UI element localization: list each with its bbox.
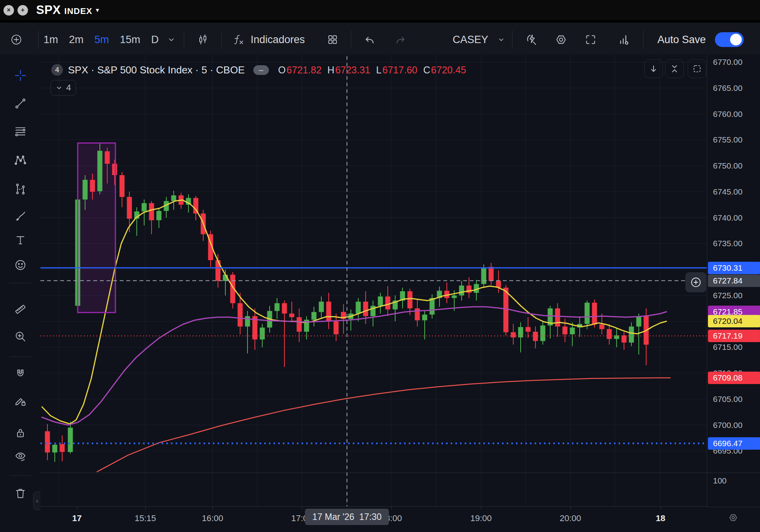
layout-name[interactable]: CASEY (453, 34, 488, 46)
price-tick-label: 6725.00 (713, 290, 743, 301)
toolbar-divider (351, 31, 351, 49)
symbol-title-menu[interactable]: SPX INDEX ▼ (36, 3, 100, 17)
tool-xabcd-pattern[interactable] (11, 151, 30, 169)
price-tick-label: 6755.00 (713, 135, 743, 145)
settings-button[interactable] (555, 33, 568, 46)
price-tick-label: 6700.00 (713, 420, 743, 430)
close-value: 6720.45 (431, 64, 466, 76)
price-tick-label: 6760.00 (713, 109, 743, 119)
drawing-toolbar: ‹ (0, 54, 41, 532)
ohlc-values: O6721.82 H6723.31 L6717.60 C6720.45 (278, 64, 472, 76)
tool-trash[interactable] (11, 484, 30, 502)
tool-crosshair[interactable] (11, 66, 30, 85)
symbol-search-button[interactable] (10, 34, 22, 45)
time-tick-label: 17 (72, 513, 82, 523)
window-titlebar: × + SPX INDEX ▼ (0, 0, 760, 20)
timeframe-1m[interactable]: 1m (44, 34, 58, 46)
low-key: L (376, 64, 382, 76)
legend-symbol-title[interactable]: SPX · S&P 500 Stock Index · 5 · CBOE (68, 64, 245, 76)
toolbar-divider (184, 31, 184, 49)
crosshair-icon (14, 69, 27, 82)
axis-separator (707, 507, 760, 507)
add-alert-plus-button[interactable] (685, 272, 706, 292)
redo-icon (394, 33, 407, 46)
quick-search-button[interactable] (525, 33, 538, 46)
scroll-to-recent-button[interactable] (644, 59, 663, 78)
sidebar-divider (9, 283, 31, 283)
time-tick-mark (213, 507, 213, 509)
symbol-name: SPX (36, 3, 61, 17)
legend-count-badge[interactable]: 4 (51, 64, 63, 76)
time-tick-mark (661, 507, 661, 509)
time-tick-mark (391, 507, 392, 509)
time-tick-mark (570, 507, 571, 509)
chevron-down-icon (56, 84, 63, 91)
autosave-toggle[interactable] (715, 32, 744, 47)
tool-magnet[interactable] (11, 365, 30, 384)
price-axis-badge: 6709.08 (708, 372, 760, 384)
sidebar-divider (9, 356, 31, 357)
time-tick-label: 20:00 (560, 513, 581, 523)
emoji-icon (14, 259, 27, 271)
tool-forecast[interactable] (11, 179, 30, 198)
price-axis-badge: 6717.19 (708, 330, 760, 342)
pane-separator[interactable] (40, 473, 760, 473)
toolbar-divider (38, 31, 38, 49)
fullscreen-button[interactable] (585, 34, 597, 46)
price-axis[interactable]: 6770.006765.006760.006755.006750.006745.… (707, 54, 760, 532)
time-tick-mark (302, 507, 302, 509)
timeframe-5m[interactable]: 5m (94, 34, 109, 46)
sidebar-collapse-handle[interactable]: ‹ (33, 492, 41, 510)
timeframe-menu-button[interactable] (167, 36, 175, 43)
open-value: 6721.82 (286, 64, 321, 76)
tool-trend-line[interactable] (11, 94, 30, 113)
tool-drawing-mode[interactable] (11, 391, 30, 410)
layout-menu-button[interactable] (498, 36, 505, 43)
undo-button[interactable] (363, 33, 376, 46)
legend: 4 SPX · S&P 500 Stock Index · 5 · CBOE –… (51, 62, 472, 78)
indicators-label[interactable]: Indicadores (251, 34, 305, 46)
time-tick-mark (481, 507, 481, 509)
stats-alerts-button[interactable] (618, 33, 630, 46)
chart-style-button[interactable] (197, 33, 209, 46)
tool-lock-all[interactable] (11, 423, 30, 442)
time-axis[interactable]: 1715:1516:0017:0018:0019:0020:001817 Mar… (40, 506, 707, 532)
add-window-button[interactable]: + (17, 5, 28, 16)
close-window-button[interactable]: × (3, 5, 14, 16)
maximize-pane-button[interactable] (688, 59, 706, 78)
indicators-collapse-button[interactable]: 4 (51, 80, 76, 96)
timeframe-2m[interactable]: 2m (69, 34, 84, 46)
tool-zoom-in[interactable] (11, 327, 30, 346)
tool-text[interactable] (11, 231, 30, 249)
chart-area[interactable]: 4 SPX · S&P 500 Stock Index · 5 · CBOE –… (40, 54, 707, 507)
axis-settings-button[interactable] (727, 512, 739, 523)
tool-hide-all[interactable] (11, 447, 30, 465)
layout-grid-button[interactable] (327, 34, 338, 45)
timeframe-D[interactable]: D (151, 34, 159, 46)
text-icon (14, 234, 27, 247)
collapsed-count: 4 (66, 83, 71, 93)
magnet-icon (14, 368, 27, 381)
low-value: 6717.60 (382, 64, 417, 76)
zoom-in-icon (14, 330, 27, 343)
candlestick-icon (197, 33, 209, 46)
ruler-icon (14, 303, 27, 316)
subpane-tick-label: 100 (713, 476, 727, 486)
chart-canvas[interactable] (40, 54, 707, 507)
redo-button[interactable] (394, 33, 407, 46)
chevron-down-icon (498, 36, 505, 43)
indicators-button[interactable] (232, 33, 245, 46)
tool-ruler[interactable] (11, 300, 30, 318)
fib-retracement-icon (14, 125, 27, 138)
grid-layout-icon (327, 34, 338, 45)
tool-emoji[interactable] (11, 256, 30, 274)
legend-hide-button[interactable]: – (253, 65, 269, 75)
collapse-vertical-icon (669, 64, 680, 74)
autosave-label: Auto Save (657, 34, 706, 46)
price-tick-label: 6715.00 (713, 342, 743, 352)
tool-fib-retracement[interactable] (11, 122, 30, 141)
collapse-pane-button[interactable] (665, 59, 684, 78)
timeframe-15m[interactable]: 15m (120, 34, 141, 46)
price-axis-badge: 6720.04 (708, 315, 760, 327)
tool-brush[interactable] (11, 207, 30, 225)
